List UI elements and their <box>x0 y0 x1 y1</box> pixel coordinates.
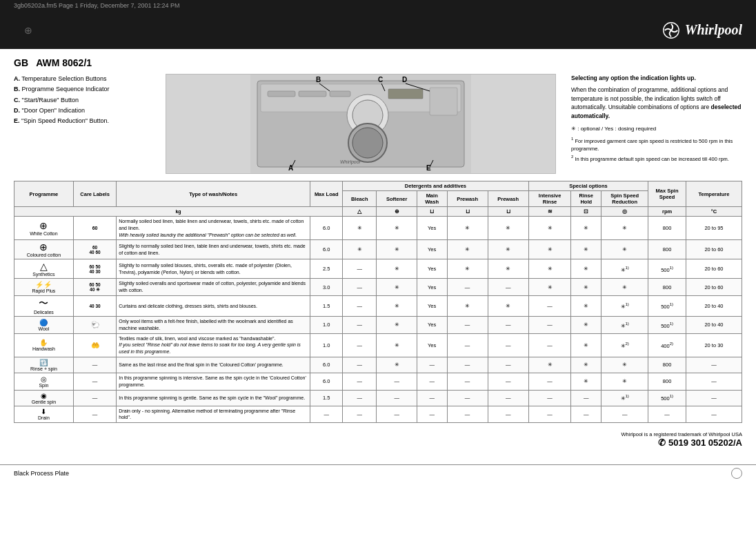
th-programme: Programme <box>14 181 74 207</box>
prewash-det: ✳ <box>447 259 488 279</box>
svg-text:C: C <box>378 76 383 83</box>
max-load: 1.0 <box>310 316 343 333</box>
prewash: — <box>488 333 528 357</box>
notes-cell: Curtains and delicate clothing, dresses … <box>117 295 310 316</box>
svg-rect-9 <box>299 91 326 97</box>
max-spin: 5001) <box>648 259 686 279</box>
svg-point-7 <box>352 128 383 158</box>
bleach: ✳ <box>343 240 377 259</box>
prog-name: ⚡⚡ Rapid Plus <box>14 279 74 296</box>
max-spin: 4002) <box>648 333 686 357</box>
prog-name: 〜 Delicates <box>14 295 74 316</box>
notes-cell: In this programme spinning is intensive.… <box>117 373 310 390</box>
spin-red: ✳1) <box>601 390 648 406</box>
info-section: A. Temperature Selection Buttons B. Prog… <box>14 74 742 174</box>
softener: ✳ <box>377 333 417 357</box>
th-detergents: Detergents and additives <box>343 181 529 191</box>
th-special: Special options <box>528 181 648 191</box>
prog-name: ⬇ Drain <box>14 406 74 423</box>
right-info-line2: When the combination of programme, addit… <box>571 86 742 121</box>
temp: 20 to 40 <box>686 295 742 316</box>
main-content: GB AWM 8062/1 A. Temperature Selection B… <box>0 49 756 459</box>
int-rinse: — <box>528 390 571 406</box>
prewash-det: — <box>447 333 488 357</box>
rinse-hold: ✳ <box>571 316 601 333</box>
table-row: 🔵 Wool 🐑 Only wool items with a felt-fre… <box>14 316 742 333</box>
label-a: A. Temperature Selection Buttons <box>14 74 159 84</box>
model-name: AWM 8062/1 <box>36 57 92 68</box>
main-wash: — <box>417 390 447 406</box>
temp: 20 to 95 <box>686 217 742 240</box>
programme-table: Programme Care Labels Type of wash/Notes… <box>14 181 742 423</box>
max-load: 1.0 <box>310 333 343 357</box>
prewash-det: — <box>447 316 488 333</box>
rinse-hold: — <box>571 406 601 423</box>
prewash: ✳ <box>488 295 528 316</box>
rinse-hold: — <box>571 390 601 406</box>
int-rinse: — <box>528 333 571 357</box>
file-info: 3gb05202a.fm5 Page 1 Friday, December 7,… <box>14 2 179 9</box>
prewash-det: — <box>447 279 488 296</box>
notes-cell: Slightly to normally soiled blouses, shi… <box>117 259 310 279</box>
max-spin: 800 <box>648 279 686 296</box>
int-rinse: — <box>528 406 571 423</box>
prewash: — <box>488 390 528 406</box>
spin-red: — <box>601 406 648 423</box>
spin-red: ✳1) <box>601 259 648 279</box>
table-row: 〜 Delicates 40 30 Curtains and delicate … <box>14 295 742 316</box>
footer-area: Whirlpool is a registered trademark of W… <box>14 428 742 451</box>
prog-name: ⊕ White Cotton <box>14 217 74 240</box>
prog-name: ✋ Handwash <box>14 333 74 357</box>
rinse-hold: ✳ <box>571 240 601 259</box>
th-rpm-unit: rpm <box>648 207 686 217</box>
softener: ✳ <box>377 259 417 279</box>
svg-rect-12 <box>430 88 457 115</box>
softener: — <box>377 406 417 423</box>
table-row: ⬇ Drain — Drain only - no spinning. Alte… <box>14 406 742 423</box>
notes-cell: Slightly to normally soiled bed linen, t… <box>117 240 310 259</box>
softener: — <box>377 373 417 390</box>
max-load: 6.0 <box>310 240 343 259</box>
rinse-hold: ✳ <box>571 279 601 296</box>
bleach: — <box>343 373 377 390</box>
svg-text:D: D <box>402 76 407 83</box>
spin-red: ✳ <box>601 217 648 240</box>
care-label: 🤲 <box>73 333 116 357</box>
softener: ✳ <box>377 295 417 316</box>
prewash-det: ✳ <box>447 295 488 316</box>
prewash: ✳ <box>488 259 528 279</box>
max-load: 6.0 <box>310 373 343 390</box>
th-care: Care Labels <box>73 181 116 207</box>
temp: 20 to 60 <box>686 279 742 296</box>
table-row: 🔃 Rinse + spin — Same as the last rinse … <box>14 357 742 373</box>
th-prewash-det: Prewash <box>447 191 488 207</box>
prewash: — <box>488 316 528 333</box>
temp: — <box>686 357 742 373</box>
max-load: — <box>310 406 343 423</box>
max-load: 6.0 <box>310 357 343 373</box>
prog-name: ⊕ Coloured cotton <box>14 240 74 259</box>
max-load: 2.5 <box>310 259 343 279</box>
logo-text: Whirlpool <box>685 22 742 38</box>
bleach: — <box>343 295 377 316</box>
int-rinse: — <box>528 373 571 390</box>
max-spin: 5001) <box>648 295 686 316</box>
th-temp-unit: °C <box>686 207 742 217</box>
main-wash: — <box>417 357 447 373</box>
care-label: — <box>73 390 116 406</box>
temp: 20 to 30 <box>686 333 742 357</box>
max-load: 1.5 <box>310 295 343 316</box>
spin-red: ✳ <box>601 279 648 296</box>
th-softener: Softener <box>377 191 417 207</box>
right-info: Selecting any option the indication ligh… <box>563 74 742 174</box>
model-title: GB AWM 8062/1 <box>14 57 742 68</box>
temp: — <box>686 373 742 390</box>
prewash: — <box>488 357 528 373</box>
whirlpool-icon <box>662 21 681 40</box>
label-d: D. "Door Open" Indication <box>14 106 159 116</box>
table-row: ⚡⚡ Rapid Plus 60 5040 ✳ Slightly soiled … <box>14 279 742 296</box>
int-rinse: — <box>528 295 571 316</box>
prewash: — <box>488 279 528 296</box>
th-prewash: Prewash <box>488 191 528 207</box>
machine-image: Whirlpool B C D A E <box>166 74 556 174</box>
